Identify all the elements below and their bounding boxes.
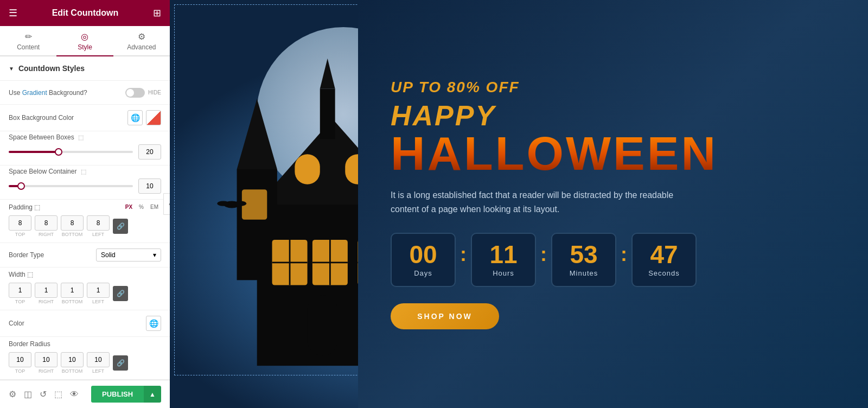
countdown-minutes-value: 53 — [570, 242, 597, 267]
style-tab-label: Style — [78, 43, 92, 51]
halloween-word-text: HALLOWEEN — [391, 130, 835, 177]
grid-icon[interactable]: ⊞ — [153, 7, 161, 19]
width-bottom-field: 1 BOTTOM — [61, 283, 84, 304]
eye-icon[interactable]: 👁 — [70, 390, 79, 399]
border-radius-link-btn[interactable]: 🔗 — [113, 355, 128, 371]
svg-marker-7 — [320, 59, 335, 89]
width-top-input[interactable]: 1 — [9, 283, 31, 298]
globe-icon-btn[interactable]: 🌐 — [127, 110, 143, 125]
width-section: Width ⬚ 1 TOP 1 RIGHT 1 BOTTOM 1 — [0, 267, 170, 310]
countdown-seconds-box: 47 Seconds — [631, 233, 697, 287]
settings-icon[interactable]: ⚙ — [9, 389, 16, 399]
tab-advanced[interactable]: ⚙ Advanced — [113, 26, 170, 56]
border-type-value: Solid — [101, 251, 116, 259]
separator-2: : — [540, 243, 547, 277]
border-radius-right-input[interactable]: 10 — [35, 352, 58, 367]
border-radius-left-field: 10 LEFT — [87, 352, 110, 374]
panel-footer: ⚙ ◫ ↺ ⬚ 👁 PUBLISH ▲ — [0, 380, 170, 408]
border-type-row: Border Type Solid ▾ — [0, 243, 170, 267]
padding-top-field: 8 TOP — [9, 215, 31, 237]
padding-section: Padding ⬚ PX % EM 8 TOP 8 RIGHT — [0, 200, 170, 243]
panel-title: Edit Countdown — [52, 8, 119, 18]
publish-dropdown-btn[interactable]: ▲ — [144, 386, 161, 403]
halloween-happy-text: Happy — [391, 101, 835, 130]
border-radius-top-input[interactable]: 10 — [9, 352, 31, 367]
unit-em[interactable]: EM — [148, 203, 161, 211]
width-link-btn[interactable]: 🔗 — [113, 286, 128, 301]
layers-icon[interactable]: ◫ — [24, 389, 32, 399]
section-title: Countdown Styles — [18, 64, 85, 73]
padding-fields: 8 TOP 8 RIGHT 8 BOTTOM 8 LEFT 🔗 — [9, 215, 161, 237]
countdown-hours-value: 11 — [489, 242, 517, 267]
publish-button[interactable]: PUBLISH — [91, 386, 144, 403]
separator-1: : — [460, 243, 467, 277]
box-bg-color-label: Box Background Color — [9, 114, 127, 122]
border-radius-left-label: LEFT — [92, 368, 104, 374]
border-radius-bottom-field: 10 BOTTOM — [61, 352, 84, 374]
gradient-toggle[interactable] — [125, 88, 145, 98]
panel-collapse-btn[interactable]: ‹ — [163, 193, 170, 215]
width-label: Width ⬚ — [9, 271, 33, 278]
halloween-title: Happy HALLOWEEN — [391, 101, 835, 177]
footer-icon-group: ⚙ ◫ ↺ ⬚ 👁 — [9, 389, 79, 399]
tab-style[interactable]: ◎ Style — [56, 26, 113, 56]
border-radius-bottom-input[interactable]: 10 — [61, 352, 84, 367]
padding-link-btn[interactable]: 🔗 — [113, 219, 128, 234]
countdown-container: 00 Days : 11 Hours : 53 Minutes : 47 Sec… — [391, 233, 835, 287]
advanced-tab-label: Advanced — [127, 43, 156, 51]
space-between-slider[interactable] — [9, 151, 133, 153]
unit-percent[interactable]: % — [136, 203, 146, 211]
countdown-days-box: 00 Days — [391, 233, 456, 287]
box-bg-color-row: Box Background Color 🌐 — [0, 105, 170, 131]
countdown-seconds-label: Seconds — [648, 269, 680, 277]
padding-left-field: 8 LEFT — [87, 215, 110, 237]
border-radius-right-label: RIGHT — [39, 368, 54, 374]
svg-point-30 — [234, 201, 246, 206]
width-fields: 1 TOP 1 RIGHT 1 BOTTOM 1 LEFT 🔗 — [9, 283, 161, 304]
border-type-label: Border Type — [9, 251, 96, 259]
advanced-tab-icon: ⚙ — [138, 31, 145, 42]
countdown-hours-box: 11 Hours — [471, 233, 536, 287]
width-left-label: LEFT — [92, 299, 104, 304]
color-picker-btn[interactable] — [146, 110, 161, 125]
history-icon[interactable]: ↺ — [40, 389, 47, 399]
shop-now-button[interactable]: SHOP NOW — [391, 303, 499, 329]
space-below-icon: ⬚ — [81, 168, 86, 175]
padding-top-input[interactable]: 8 — [9, 215, 31, 231]
border-radius-left-input[interactable]: 10 — [87, 352, 110, 367]
space-between-icon: ⬚ — [78, 134, 84, 141]
width-left-input[interactable]: 1 — [87, 283, 110, 298]
hamburger-icon[interactable]: ☰ — [9, 7, 17, 19]
border-type-chevron-icon: ▾ — [153, 251, 156, 259]
content-tab-icon: ✏ — [25, 31, 32, 42]
gradient-toggle-label: HIDE — [148, 90, 161, 95]
space-below-slider[interactable] — [9, 185, 133, 187]
padding-right-input[interactable]: 8 — [35, 215, 58, 231]
width-icon: ⬚ — [27, 271, 33, 278]
space-below-slider-wrap: 10 — [9, 178, 161, 194]
countdown-days-value: 00 — [409, 242, 437, 267]
color-globe-btn[interactable]: 🌐 — [146, 316, 161, 331]
border-radius-label: Border Radius — [9, 340, 50, 348]
panel-tabs: ✏ Content ◎ Style ⚙ Advanced — [0, 26, 170, 56]
padding-bottom-input[interactable]: 8 — [61, 215, 84, 231]
padding-bottom-field: 8 BOTTOM — [61, 215, 84, 237]
padding-label: Padding ⬚ — [9, 203, 40, 211]
svg-point-29 — [217, 201, 229, 206]
gradient-label: Use Gradient Background? — [9, 89, 125, 97]
width-right-input[interactable]: 1 — [35, 283, 58, 298]
promo-text: UP TO 80% OFF — [391, 79, 835, 96]
description-text: It is a long established fact that a rea… — [391, 188, 689, 216]
responsive-icon[interactable]: ⬚ — [54, 389, 62, 399]
tab-content[interactable]: ✏ Content — [0, 26, 56, 56]
unit-px[interactable]: PX — [123, 203, 135, 211]
space-below-value[interactable]: 10 — [138, 178, 161, 194]
border-type-select[interactable]: Solid ▾ — [96, 248, 161, 262]
width-bottom-input[interactable]: 1 — [61, 283, 84, 298]
space-between-value[interactable]: 20 — [138, 144, 161, 160]
content-tab-label: Content — [17, 43, 40, 51]
width-right-label: RIGHT — [39, 299, 54, 304]
padding-left-input[interactable]: 8 — [87, 215, 110, 231]
width-left-field: 1 LEFT — [87, 283, 110, 304]
countdown-styles-header[interactable]: ▼ Countdown Styles — [0, 56, 170, 81]
